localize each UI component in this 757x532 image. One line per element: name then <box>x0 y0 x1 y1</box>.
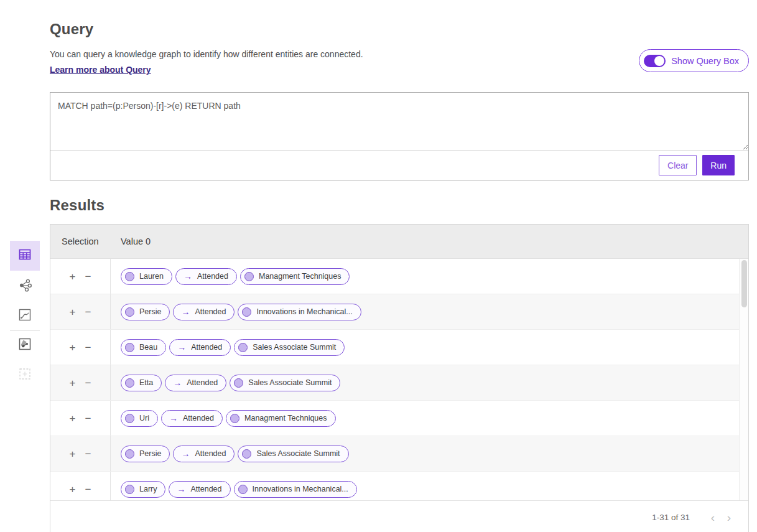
chip-label: Managment Techniques <box>244 414 327 422</box>
remove-selection-button[interactable]: − <box>85 449 91 459</box>
table-view-button[interactable] <box>10 241 40 271</box>
link-chart-icon <box>17 278 33 296</box>
arrow-right-icon: → <box>181 449 190 458</box>
chip-label: Etta <box>139 378 153 387</box>
remove-selection-button[interactable]: − <box>85 484 91 495</box>
relationship-chip[interactable]: →Attended <box>173 304 235 320</box>
selection-cell: +− <box>50 365 111 400</box>
selection-cell: +− <box>50 436 111 471</box>
arrow-right-icon: → <box>183 272 192 281</box>
chip-label: Attended <box>187 378 218 387</box>
relationship-chip[interactable]: →Attended <box>169 339 231 356</box>
previous-page-button[interactable]: ‹ <box>705 509 721 525</box>
add-selection-button[interactable]: + <box>70 271 76 282</box>
clear-button[interactable]: Clear <box>659 155 697 175</box>
entity-chip[interactable]: Sales Associate Summit <box>230 375 340 391</box>
chip-label: Sales Associate Summit <box>253 343 336 352</box>
table-header-row: Selection Value 0 <box>50 225 748 259</box>
entity-chip[interactable]: Managment Techniques <box>240 268 350 285</box>
entity-chip[interactable]: Persie <box>121 304 170 320</box>
entity-chip[interactable]: Sales Associate Summit <box>238 446 348 462</box>
scrollbar-thumb[interactable] <box>741 260 747 307</box>
remove-selection-button[interactable]: − <box>85 342 91 353</box>
relationship-chip[interactable]: →Attended <box>175 268 237 285</box>
results-scrollbar[interactable] <box>739 259 748 500</box>
entity-chip[interactable]: Lauren <box>121 268 172 285</box>
remove-selection-button[interactable]: − <box>85 271 91 282</box>
chart-view-button[interactable] <box>10 307 40 325</box>
entity-chip[interactable]: Innovations in Mechanical... <box>234 481 357 498</box>
entity-chip[interactable]: Persie <box>121 446 170 462</box>
results-area: Selection Value 0 +−Lauren→AttendedManag… <box>0 224 749 532</box>
entity-node-icon <box>234 378 243 388</box>
remove-selection-button[interactable]: − <box>85 378 91 388</box>
value-cell: Beau→AttendedSales Associate Summit <box>111 339 739 356</box>
add-selection-button[interactable]: + <box>70 342 76 353</box>
chip-label: Larry <box>139 485 157 493</box>
results-title: Results <box>50 197 749 214</box>
chip-label: Attended <box>195 449 226 458</box>
map-view-button[interactable] <box>10 337 40 354</box>
relationship-chip[interactable]: →Attended <box>173 446 235 462</box>
toggle-switch-icon[interactable] <box>644 55 666 67</box>
query-box: MATCH path=(p:Person)-[r]->(e) RETURN pa… <box>50 92 749 180</box>
add-selection-button[interactable]: + <box>70 413 76 424</box>
entity-chip[interactable]: Sales Associate Summit <box>234 339 345 356</box>
column-header-value: Value 0 <box>111 236 151 246</box>
entity-node-icon <box>125 378 134 388</box>
chip-label: Sales Associate Summit <box>256 449 340 458</box>
chip-label: Uri <box>139 414 149 422</box>
map-icon <box>17 337 32 354</box>
entity-chip[interactable]: Etta <box>121 375 162 391</box>
chip-label: Attended <box>190 485 221 493</box>
selection-cell: +− <box>50 294 111 329</box>
selection-icon <box>17 366 32 384</box>
add-selection-button[interactable]: + <box>70 307 76 317</box>
chart-icon <box>17 307 32 325</box>
entity-node-icon <box>125 343 134 352</box>
remove-selection-button[interactable]: − <box>85 413 91 424</box>
table-row: +−Persie→AttendedSales Associate Summit <box>50 436 739 472</box>
run-button[interactable]: Run <box>702 155 735 175</box>
chip-label: Attended <box>183 414 214 422</box>
relationship-chip[interactable]: →Attended <box>165 375 226 391</box>
value-cell: Persie→AttendedInnovations in Mechanical… <box>111 304 739 320</box>
query-footer: Clear Run <box>50 151 748 180</box>
link-chart-view-button[interactable] <box>10 278 40 295</box>
entity-chip[interactable]: Larry <box>121 481 165 498</box>
table-row: +−Persie→AttendedInnovations in Mechanic… <box>50 294 739 330</box>
entity-node-icon <box>125 485 134 494</box>
arrow-right-icon: → <box>177 343 186 352</box>
toggle-label: Show Query Box <box>671 56 739 66</box>
query-input[interactable]: MATCH path=(p:Person)-[r]->(e) RETURN pa… <box>50 93 748 151</box>
chip-label: Persie <box>139 449 161 458</box>
entity-chip[interactable]: Innovations in Mechanical... <box>238 304 361 320</box>
relationship-chip[interactable]: →Attended <box>161 410 223 427</box>
column-header-selection: Selection <box>50 236 111 246</box>
learn-more-link[interactable]: Learn more about Query <box>50 65 151 75</box>
value-cell: Larry→AttendedInnovations in Mechanical.… <box>111 481 739 498</box>
table-row: +−Beau→AttendedSales Associate Summit <box>50 330 739 365</box>
entity-node-icon <box>230 414 239 423</box>
add-selection-button[interactable]: + <box>70 378 76 388</box>
entity-chip[interactable]: Uri <box>121 410 158 427</box>
table-body: +−Lauren→AttendedManagment Techniques+−P… <box>50 259 748 500</box>
arrow-right-icon: → <box>177 485 185 493</box>
entity-node-icon <box>242 307 251 317</box>
relationship-chip[interactable]: →Attended <box>169 481 230 498</box>
arrow-right-icon: → <box>169 414 178 422</box>
entity-chip[interactable]: Managment Techniques <box>226 410 336 427</box>
toggle-knob <box>654 56 664 66</box>
table-footer: 1-31 of 31 ‹ › <box>50 500 748 532</box>
selection-cell: +− <box>50 472 111 500</box>
arrow-right-icon: → <box>181 307 190 316</box>
next-page-button[interactable]: › <box>721 509 737 525</box>
show-query-box-toggle[interactable]: Show Query Box <box>639 49 749 72</box>
value-cell: Persie→AttendedSales Associate Summit <box>111 446 739 462</box>
chip-label: Attended <box>197 272 228 281</box>
add-selection-button[interactable]: + <box>70 449 76 459</box>
add-selection-button[interactable]: + <box>70 484 76 495</box>
remove-selection-button[interactable]: − <box>85 307 91 317</box>
entity-chip[interactable]: Beau <box>121 339 166 356</box>
chip-label: Lauren <box>139 272 164 281</box>
